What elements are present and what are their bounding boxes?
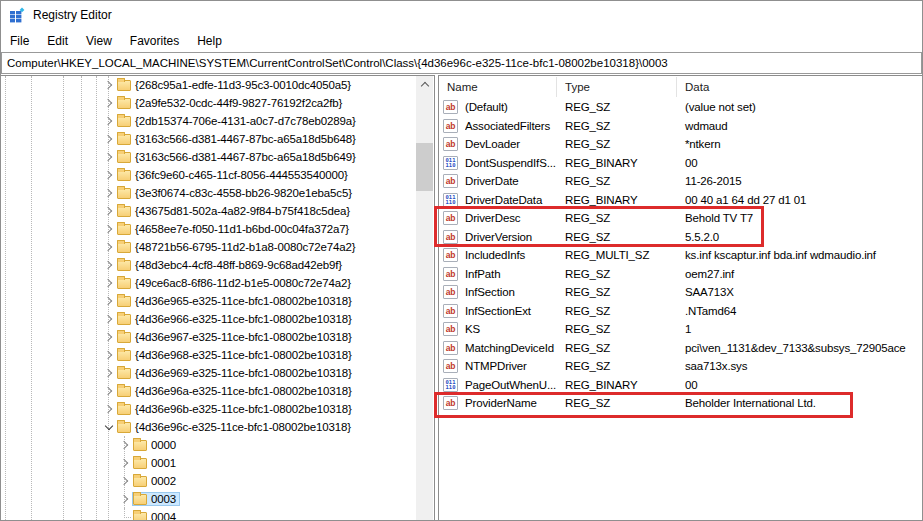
tree-item-label: {48d3ebc4-4cf8-48ff-b869-9c68ad42eb9f} xyxy=(135,259,342,271)
value-name: MatchingDeviceId xyxy=(465,342,565,354)
tree-row[interactable]: {4d36e966-e325-11ce-bfc1-08002be10318} xyxy=(1,310,417,328)
expand-arrow-icon[interactable] xyxy=(102,76,115,94)
address-bar xyxy=(1,52,922,74)
column-header-name[interactable]: Name xyxy=(447,77,557,97)
value-data: (value not set) xyxy=(685,101,922,113)
registry-value-row[interactable]: ab InfPath REG_SZ oem27.inf xyxy=(439,265,922,284)
value-type: REG_SZ xyxy=(565,268,685,280)
expand-arrow-icon[interactable] xyxy=(102,238,115,256)
expand-arrow-icon[interactable] xyxy=(118,436,131,454)
expand-arrow-icon[interactable] xyxy=(102,112,115,130)
tree-row[interactable]: {4d36e967-e325-11ce-bfc1-08002be10318} xyxy=(1,328,417,346)
tree-item-label: {4658ee7e-f050-11d1-b6bd-00c04fa372a7} xyxy=(135,223,349,235)
expand-arrow-icon[interactable] xyxy=(102,220,115,238)
reg-string-value-icon: ab xyxy=(443,285,458,299)
column-header-type[interactable]: Type xyxy=(557,77,677,97)
scroll-up-icon[interactable] xyxy=(416,76,433,93)
tree-row[interactable]: {43675d81-502a-4a82-9f84-b75f418c5dea} xyxy=(1,202,417,220)
value-data: .NTamd64 xyxy=(685,305,922,317)
reg-string-value-icon: ab xyxy=(443,359,458,373)
menu-item-favorites[interactable]: Favorites xyxy=(121,31,188,51)
expand-arrow-icon[interactable] xyxy=(102,256,115,274)
expand-arrow-icon[interactable] xyxy=(102,274,115,292)
expand-arrow-icon[interactable] xyxy=(102,346,115,364)
tree-row[interactable]: {3e3f0674-c83c-4558-bb26-9820e1eba5c5} xyxy=(1,184,417,202)
expand-arrow-icon[interactable] xyxy=(102,328,115,346)
registry-value-row[interactable]: ab DriverDate REG_SZ 11-26-2015 xyxy=(439,172,922,191)
value-type: REG_SZ xyxy=(565,323,685,335)
registry-value-row[interactable]: ab InfSection REG_SZ SAA713X xyxy=(439,283,922,302)
tree-row[interactable]: {4d36e96a-e325-11ce-bfc1-08002be10318} xyxy=(1,382,417,400)
annotation-box-driverdesc-driverversion xyxy=(434,206,764,247)
tree-item-label: 0002 xyxy=(151,475,176,487)
tree-row[interactable]: {4d36e969-e325-11ce-bfc1-08002be10318} xyxy=(1,364,417,382)
reg-binary-value-icon: 011110 xyxy=(443,156,458,170)
registry-value-row[interactable]: ab IncludedInfs REG_MULTI_SZ ks.inf ksca… xyxy=(439,246,922,265)
menu-item-edit[interactable]: Edit xyxy=(38,31,77,51)
expand-arrow-icon[interactable] xyxy=(102,94,115,112)
folder-icon xyxy=(117,314,131,325)
registry-value-row[interactable]: ab KS REG_SZ 1 xyxy=(439,320,922,339)
menu-item-view[interactable]: View xyxy=(77,31,121,51)
tree-row[interactable]: {268c95a1-edfe-11d3-95c3-0010dc4050a5} xyxy=(1,76,417,94)
address-input[interactable] xyxy=(2,53,921,73)
registry-value-row[interactable]: 011110 DontSuspendIfS... REG_BINARY 00 xyxy=(439,154,922,173)
tree-row[interactable]: 0003 xyxy=(1,490,417,508)
tree-row[interactable]: {48721b56-6795-11d2-b1a8-0080c72e74a2} xyxy=(1,238,417,256)
menu-item-file[interactable]: File xyxy=(1,31,38,51)
tree-row[interactable]: {2a9fe532-0cdc-44f9-9827-76192f2ca2fb} xyxy=(1,94,417,112)
tree-row[interactable]: {4658ee7e-f050-11d1-b6bd-00c04fa372a7} xyxy=(1,220,417,238)
collapse-arrow-icon[interactable] xyxy=(102,418,115,436)
folder-icon xyxy=(117,422,131,433)
folder-icon xyxy=(117,242,131,253)
expand-arrow-icon[interactable] xyxy=(102,202,115,220)
value-type: REG_SZ xyxy=(565,360,685,372)
registry-value-row[interactable]: ab MatchingDeviceId REG_SZ pci\ven_1131&… xyxy=(439,339,922,358)
expand-arrow-icon[interactable] xyxy=(102,184,115,202)
tree-row[interactable]: {4d36e968-e325-11ce-bfc1-08002be10318} xyxy=(1,346,417,364)
expand-arrow-icon[interactable] xyxy=(102,382,115,400)
registry-tree-panel: {268c95a1-edfe-11d3-95c3-0010dc4050a5} {… xyxy=(1,75,435,520)
tree-vertical-scrollbar[interactable] xyxy=(416,76,433,520)
expand-arrow-icon[interactable] xyxy=(118,490,131,508)
scrollbar-thumb[interactable] xyxy=(416,143,433,191)
value-data: 1 xyxy=(685,323,922,335)
tree-row[interactable]: {4d36e965-e325-11ce-bfc1-08002be10318} xyxy=(1,292,417,310)
expand-arrow-icon[interactable] xyxy=(102,166,115,184)
expand-arrow-icon[interactable] xyxy=(102,148,115,166)
folder-icon xyxy=(133,494,147,505)
registry-editor-window: Registry Editor FileEditViewFavoritesHel… xyxy=(0,0,923,521)
registry-editor-icon xyxy=(9,7,25,23)
tree-row[interactable]: {3163c566-d381-4467-87bc-a65a18d5b649} xyxy=(1,148,417,166)
registry-value-row[interactable]: ab InfSectionExt REG_SZ .NTamd64 xyxy=(439,302,922,321)
reg-string-value-icon: ab xyxy=(443,137,458,151)
expand-arrow-icon[interactable] xyxy=(102,310,115,328)
menu-bar: FileEditViewFavoritesHelp xyxy=(1,29,922,52)
expand-arrow-icon[interactable] xyxy=(102,400,115,418)
tree-row[interactable]: {4d36e96c-e325-11ce-bfc1-08002be10318} xyxy=(1,418,417,436)
registry-value-row[interactable]: ab DevLoader REG_SZ *ntkern xyxy=(439,135,922,154)
tree-row[interactable]: {48d3ebc4-4cf8-48ff-b869-9c68ad42eb9f} xyxy=(1,256,417,274)
expand-arrow-icon[interactable] xyxy=(118,472,131,490)
registry-value-row[interactable]: ab AssociatedFilters REG_SZ wdmaud xyxy=(439,117,922,136)
tree-row[interactable]: {3163c566-d381-4467-87bc-a65a18d5b648} xyxy=(1,130,417,148)
expand-arrow-icon[interactable] xyxy=(102,130,115,148)
tree-row[interactable]: {2db15374-706e-4131-a0c7-d7c78eb0289a} xyxy=(1,112,417,130)
menu-item-help[interactable]: Help xyxy=(188,31,231,51)
tree-row[interactable]: 0002 xyxy=(1,472,417,490)
tree-row[interactable]: {36fc9e60-c465-11cf-8056-444553540000} xyxy=(1,166,417,184)
column-header-data[interactable]: Data xyxy=(677,77,922,97)
expand-arrow-icon[interactable] xyxy=(118,454,131,472)
registry-value-row[interactable]: ab NTMPDriver REG_SZ saa713x.sys xyxy=(439,357,922,376)
tree-row[interactable]: {49ce6ac8-6f86-11d2-b1e5-0080c72e74a2} xyxy=(1,274,417,292)
reg-binary-value-icon: 011110 xyxy=(443,193,458,207)
tree-row[interactable]: 0004 xyxy=(1,508,417,520)
expand-arrow-icon[interactable] xyxy=(102,364,115,382)
tree-row[interactable]: {4d36e96b-e325-11ce-bfc1-08002be10318} xyxy=(1,400,417,418)
tree-row[interactable]: 0000 xyxy=(1,436,417,454)
tree-row[interactable]: 0001 xyxy=(1,454,417,472)
registry-value-row[interactable]: ab (Default) REG_SZ (value not set) xyxy=(439,98,922,117)
expand-arrow-icon[interactable] xyxy=(102,292,115,310)
folder-icon xyxy=(117,368,131,379)
folder-icon xyxy=(117,224,131,235)
